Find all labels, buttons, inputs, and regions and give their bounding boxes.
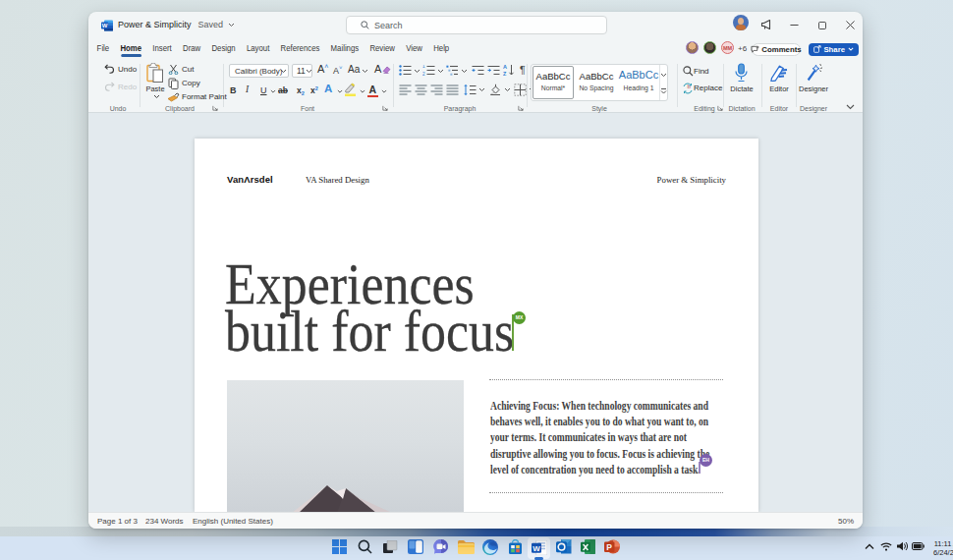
svg-text:Z: Z bbox=[503, 71, 507, 77]
svg-text:A: A bbox=[503, 64, 507, 70]
svg-text:P: P bbox=[606, 542, 612, 552]
svg-text:1: 1 bbox=[422, 65, 425, 69]
svg-text:2: 2 bbox=[422, 72, 425, 76]
svg-text:W: W bbox=[102, 23, 108, 28]
svg-text:W: W bbox=[533, 544, 540, 553]
